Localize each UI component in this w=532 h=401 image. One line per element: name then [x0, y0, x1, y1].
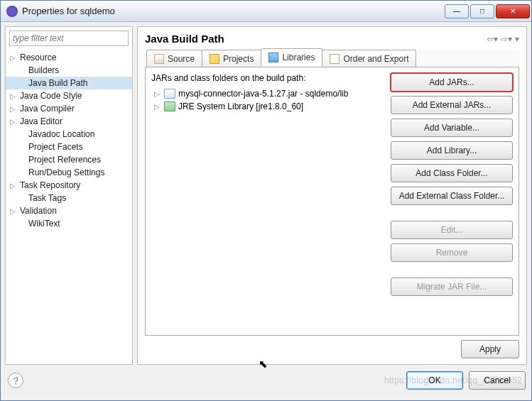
sidebar-item-run-debug-settings[interactable]: Run/Debug Settings	[6, 166, 132, 179]
nav-forward-icon[interactable]: ⇨▾	[501, 34, 512, 44]
main-panel: Java Build Path ⇦▾ ⇨▾ ▾ SourceProjectsLi…	[137, 26, 527, 365]
sidebar-item-project-references[interactable]: Project References	[6, 153, 132, 166]
sidebar-item-label: Java Editor	[18, 116, 64, 126]
sidebar-item-label: Java Build Path	[27, 78, 89, 88]
sidebar-item-java-editor[interactable]: ▷Java Editor	[6, 115, 132, 128]
remove-button: Remove	[391, 243, 513, 262]
tab-label: Projects	[223, 54, 254, 64]
list-item[interactable]: ▷mysql-connector-java-5.1.27.jar - sqlde…	[153, 87, 385, 100]
sidebar-item-javadoc-location[interactable]: Javadoc Location	[6, 128, 132, 141]
minimize-button[interactable]: —	[445, 4, 469, 18]
expand-arrow-icon: ▷	[10, 105, 18, 113]
list-item-label: mysql-connector-java-5.1.27.jar - sqldem…	[178, 89, 348, 99]
add-variable-button[interactable]: Add Variable...	[391, 119, 513, 137]
sidebar-item-label: Resource	[18, 53, 58, 62]
titlebar: Properties for sqldemo — □ ✕	[1, 1, 531, 22]
sidebar-item-label: Builders	[27, 65, 60, 75]
sidebar-item-label: Java Code Style	[18, 91, 83, 101]
projects-icon	[210, 54, 219, 64]
tab-libraries[interactable]: Libraries	[261, 48, 322, 67]
jar-list[interactable]: ▷mysql-connector-java-5.1.27.jar - sqlde…	[151, 86, 386, 329]
nav-back-icon[interactable]: ⇦▾	[487, 34, 498, 44]
add-external-jars-button[interactable]: Add External JARs...	[391, 96, 513, 114]
sidebar-item-label: Project References	[27, 155, 102, 165]
sidebar-item-label: Javadoc Location	[27, 129, 96, 139]
edit-button: Edit...	[391, 221, 513, 239]
sidebar-item-label: Run/Debug Settings	[27, 167, 106, 177]
watermark: https://blog.csdn.net/qq_43592352	[384, 375, 522, 385]
add-jars-button[interactable]: Add JARs...	[391, 73, 513, 92]
tab-label: Source	[168, 54, 195, 64]
expand-arrow-icon: ▷	[10, 54, 18, 62]
expand-arrow-icon: ▷	[10, 207, 18, 215]
migrate-jar-file-button: Migrate JAR File...	[391, 278, 513, 296]
add-library-button[interactable]: Add Library...	[391, 141, 513, 160]
sidebar-item-java-code-style[interactable]: ▷Java Code Style	[6, 89, 132, 102]
tab-label: Libraries	[282, 53, 315, 62]
expand-arrow-icon: ▷	[10, 92, 18, 100]
app-icon	[6, 6, 18, 17]
expand-arrow-icon: ▷	[153, 90, 161, 98]
jar-icon	[164, 89, 175, 99]
sidebar-item-wikitext[interactable]: WikiText	[6, 217, 132, 230]
add-class-folder-button[interactable]: Add Class Folder...	[391, 164, 513, 182]
maximize-button[interactable]: □	[470, 4, 494, 18]
sidebar-item-label: Project Facets	[27, 142, 85, 152]
list-caption: JARs and class folders on the build path…	[151, 73, 386, 83]
sidebar-item-label: Validation	[18, 206, 58, 216]
tab-body: JARs and class folders on the build path…	[145, 67, 519, 336]
add-external-class-folder-button[interactable]: Add External Class Folder...	[391, 187, 513, 205]
sidebar-item-task-tags[interactable]: Task Tags	[6, 192, 132, 204]
sidebar-item-label: WikiText	[27, 219, 62, 229]
list-item[interactable]: ▷JRE System Library [jre1.8.0_60]	[153, 100, 385, 113]
sidebar-item-label: Task Repository	[18, 180, 82, 190]
sidebar-item-resource[interactable]: ▷Resource	[6, 51, 132, 64]
close-button[interactable]: ✕	[496, 4, 530, 18]
jre-icon	[164, 101, 175, 111]
order-icon	[330, 54, 340, 64]
sidebar: ▷ResourceBuildersJava Build Path▷Java Co…	[5, 26, 133, 365]
tab-order-and-export[interactable]: Order and Export	[322, 50, 416, 67]
sidebar-item-project-facets[interactable]: Project Facets	[6, 141, 132, 153]
sidebar-item-validation[interactable]: ▷Validation	[6, 204, 132, 217]
source-icon	[154, 54, 164, 64]
window-buttons: — □ ✕	[443, 4, 530, 18]
sidebar-tree: ▷ResourceBuildersJava Build Path▷Java Co…	[6, 50, 132, 364]
sidebar-item-label: Task Tags	[27, 193, 67, 203]
sidebar-item-java-build-path[interactable]: Java Build Path	[6, 77, 132, 89]
button-column: Add JARs...Add External JARs...Add Varia…	[391, 73, 513, 329]
tab-label: Order and Export	[343, 54, 408, 64]
expand-arrow-icon: ▷	[10, 182, 18, 189]
nav-menu-icon[interactable]: ▾	[515, 34, 519, 44]
tabstrip: SourceProjectsLibrariesOrder and Export	[145, 49, 519, 67]
sidebar-item-java-compiler[interactable]: ▷Java Compiler	[6, 102, 132, 115]
tab-source[interactable]: Source	[146, 50, 202, 67]
libraries-icon	[268, 53, 278, 62]
expand-arrow-icon: ▷	[153, 103, 161, 111]
sidebar-item-label: Java Compiler	[18, 104, 76, 114]
sidebar-item-builders[interactable]: Builders	[6, 64, 132, 77]
page-title: Java Build Path	[145, 33, 487, 45]
help-icon[interactable]: ?	[8, 373, 23, 388]
window-title: Properties for sqldemo	[22, 6, 443, 16]
apply-button[interactable]: Apply	[461, 340, 519, 358]
sidebar-item-task-repository[interactable]: ▷Task Repository	[6, 179, 132, 192]
nav-arrows: ⇦▾ ⇨▾ ▾	[487, 34, 519, 44]
filter-input[interactable]	[9, 31, 129, 46]
list-item-label: JRE System Library [jre1.8.0_60]	[178, 101, 303, 111]
tab-projects[interactable]: Projects	[202, 50, 261, 67]
expand-arrow-icon: ▷	[10, 118, 18, 126]
